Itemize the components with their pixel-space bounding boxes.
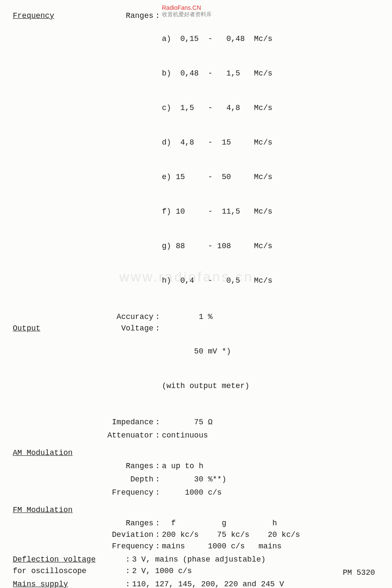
accuracy-value: 1 % xyxy=(162,311,379,323)
fm-frequency-label: Frequency xyxy=(98,541,153,552)
frequency-row: Frequency Ranges : a) 0,15 - 0,48 Mc/s b… xyxy=(13,10,379,310)
am-frequency-value: 1000 c/s xyxy=(162,487,379,498)
colon: : xyxy=(153,323,162,334)
output-voltage-row: Output Voltage : 50 mV *) (with output m… xyxy=(13,323,379,415)
deflection-value2: 2 V, 1000 c/s xyxy=(132,565,379,577)
deflection-value1: 3 V, mains (phase adjustable) xyxy=(132,554,379,565)
range-d: d) 4,8 - 15 Mc/s xyxy=(162,137,379,148)
deflection-row2: for oscilloscope : 2 V, 1000 c/s xyxy=(13,565,379,577)
impedance-value: 75 Ω xyxy=(162,417,379,428)
watermark-cn: 收音机爱好者资料库 xyxy=(162,10,212,19)
am-ranges-row: Ranges : a up to h xyxy=(13,461,379,472)
am-heading: AM Modulation xyxy=(13,449,72,457)
watermark-faint: www.radiofans.cn xyxy=(119,266,254,287)
am-ranges-value: a up to h xyxy=(162,461,379,472)
colon: : xyxy=(153,10,162,22)
colon: : xyxy=(153,430,162,441)
am-ranges-label: Ranges xyxy=(98,461,153,472)
fm-ranges-value: f g h xyxy=(162,518,379,529)
colon: : xyxy=(153,541,162,552)
colon: : xyxy=(153,518,162,529)
colon: : xyxy=(153,487,162,498)
deflection-row: Deflection voltage : 3 V, mains (phase a… xyxy=(13,554,379,565)
range-f: f) 10 - 11,5 Mc/s xyxy=(162,206,379,217)
voltage-note: (with output meter) xyxy=(162,380,379,392)
range-c: c) 1,5 - 4,8 Mc/s xyxy=(162,102,379,114)
colon: : xyxy=(153,461,162,472)
mains-heading: Mains supply xyxy=(13,580,68,588)
colon: : xyxy=(124,579,132,588)
impedance-row: Impedance : 75 Ω xyxy=(13,417,379,428)
colon: : xyxy=(124,554,132,565)
accuracy-row: Accuracy : 1 % xyxy=(13,311,379,323)
voltage-value: 50 mV *) xyxy=(162,346,379,357)
fm-frequency-value: mains 1000 c/s mains xyxy=(162,541,379,552)
range-e: e) 15 - 50 Mc/s xyxy=(162,171,379,183)
am-frequency-row: Frequency : 1000 c/s xyxy=(13,487,379,498)
fm-ranges-row: Ranges : f g h xyxy=(13,518,379,529)
colon: : xyxy=(153,417,162,428)
accuracy-label: Accuracy xyxy=(98,311,153,323)
attenuator-label: Attenuator xyxy=(98,430,153,441)
colon: : xyxy=(153,474,162,485)
range-g: g) 88 - 108 Mc/s xyxy=(162,240,379,252)
colon: : xyxy=(153,311,162,323)
fm-deviation-label: Deviation xyxy=(98,529,153,541)
page-footer: PM 5320 xyxy=(343,567,375,579)
am-depth-value: 30 %**) xyxy=(162,474,379,485)
am-depth-label: Depth xyxy=(98,474,153,485)
deflection-heading: Deflection voltage xyxy=(13,555,95,564)
range-b: b) 0,48 - 1,5 Mc/s xyxy=(162,68,379,79)
attenuator-row: Attenuator : continuous xyxy=(13,430,379,441)
mains-row: Mains supply : 110, 127, 145, 200, 220 a… xyxy=(13,579,379,588)
deflection-sub: for oscilloscope xyxy=(13,565,124,577)
attenuator-value: continuous xyxy=(162,430,379,441)
fm-frequency-row: Frequency : mains 1000 c/s mains xyxy=(13,541,379,552)
range-a: a) 0,15 - 0,48 Mc/s xyxy=(162,33,379,45)
fm-deviation-value: 200 kc/s 75 kc/s 20 kc/s xyxy=(162,529,379,541)
colon: : xyxy=(124,565,132,577)
frequency-heading: Frequency xyxy=(13,12,54,20)
ranges-label: Ranges xyxy=(98,10,153,22)
fm-ranges-label: Ranges xyxy=(98,518,153,529)
am-frequency-label: Frequency xyxy=(98,487,153,498)
output-heading: Output xyxy=(13,324,40,333)
fm-heading: FM Modulation xyxy=(13,506,72,514)
am-depth-row: Depth : 30 %**) xyxy=(13,474,379,485)
voltage-label: Voltage xyxy=(98,323,153,334)
impedance-label: Impedance xyxy=(98,417,153,428)
mains-value: 110, 127, 145, 200, 220 and 245 V (40 - … xyxy=(132,579,379,588)
colon: : xyxy=(153,529,162,541)
fm-deviation-row: Deviation : 200 kc/s 75 kc/s 20 kc/s xyxy=(13,529,379,541)
